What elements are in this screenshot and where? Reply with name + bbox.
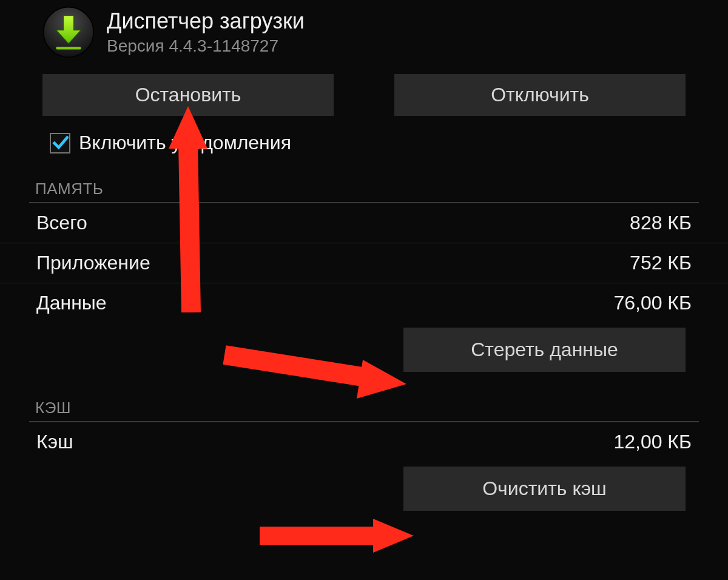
memory-app-row: Приложение 752 КБ: [0, 243, 728, 283]
cache-label: Кэш: [36, 431, 73, 453]
app-title: Диспетчер загрузки: [107, 8, 305, 34]
notifications-label: Включить уведомления: [79, 132, 291, 154]
svg-rect-1: [56, 47, 81, 49]
section-cache-header: КЭШ: [29, 388, 699, 422]
stop-button[interactable]: Остановить: [42, 74, 334, 116]
clear-cache-button[interactable]: Очистить кэш: [403, 467, 686, 511]
notifications-checkbox-icon: [50, 133, 70, 153]
section-memory-header: ПАМЯТЬ: [29, 169, 699, 203]
memory-data-value: 76,00 КБ: [613, 292, 692, 314]
memory-data-row: Данные 76,00 КБ: [0, 283, 728, 323]
memory-total-value: 828 КБ: [630, 212, 692, 234]
app-header: Диспетчер загрузки Версия 4.4.3-1148727: [0, 0, 728, 70]
cache-row: Кэш 12,00 КБ: [0, 422, 728, 462]
memory-app-label: Приложение: [36, 252, 150, 274]
memory-total-label: Всего: [36, 212, 87, 234]
cache-value: 12,00 КБ: [613, 431, 692, 453]
notifications-checkbox-row[interactable]: Включить уведомления: [0, 126, 728, 169]
disable-button[interactable]: Отключить: [394, 74, 686, 116]
memory-total-row: Всего 828 КБ: [0, 203, 728, 243]
download-app-icon: [42, 6, 95, 58]
app-version: Версия 4.4.3-1148727: [107, 36, 305, 56]
clear-data-button[interactable]: Стереть данные: [403, 328, 686, 372]
memory-data-label: Данные: [36, 292, 107, 314]
memory-app-value: 752 КБ: [630, 252, 692, 274]
